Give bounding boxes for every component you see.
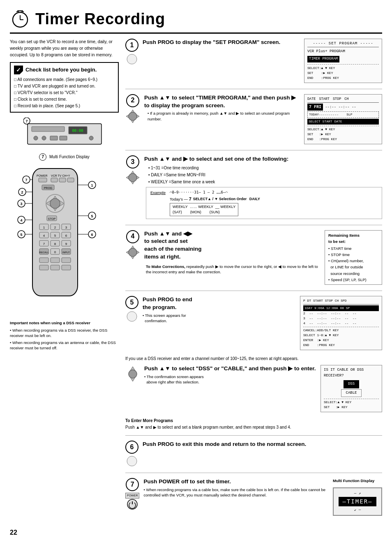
- svg-text:00:00: 00:00: [72, 129, 83, 133]
- checklist-item: TV and VCR are plugged in and turned on.: [14, 83, 115, 90]
- svg-text:5: 5: [54, 234, 56, 238]
- step-1-number: 1: [125, 39, 138, 52]
- mfd-display: — ↗ —TIMER— ↙ —: [333, 487, 382, 516]
- step-5b-row: Push ▲▼ to select "DSS" or "CABLE," and …: [125, 365, 382, 412]
- page-title-area: Timer Recording: [10, 8, 382, 34]
- svg-point-9: [34, 136, 38, 140]
- svg-text:2: 2: [21, 190, 23, 194]
- step-1-content: Push PROG to display the "SET PROGRAM" s…: [143, 39, 300, 48]
- step-2-number: 2: [126, 94, 139, 107]
- step-4-title: Push ▲▼ and ◀▶to select and seteach of t…: [144, 230, 321, 261]
- svg-text:6: 6: [65, 234, 67, 238]
- svg-point-107: [127, 456, 137, 466]
- svg-text:5: 5: [91, 214, 93, 218]
- checkmark-icon: ✓: [14, 65, 23, 74]
- mfd-label-step7: Multi Function Display: [333, 478, 382, 483]
- step-7-row: 7 POWER Push POWE: [125, 478, 382, 516]
- step-7-title: Push POWER off to set the timer.: [143, 478, 329, 486]
- svg-rect-19: [39, 178, 47, 182]
- step-5-row: 5 Push PROG to endthe program. • This sc…: [125, 296, 382, 350]
- svg-point-29: [50, 199, 60, 208]
- svg-rect-58: [51, 258, 60, 263]
- svg-point-97: [129, 173, 137, 182]
- enter-more-programs: To Enter More Programs Push ▲▼ and ▶ to …: [125, 418, 382, 430]
- step-6-number: 6: [125, 441, 138, 454]
- vcr-diagram: 00:00 7 7 Multi Function Display: [10, 118, 119, 160]
- svg-text:RECALL: RECALL: [39, 251, 49, 254]
- svg-point-102: [129, 248, 137, 256]
- step-5-content: Push PROG to endthe program. • This scre…: [143, 296, 296, 323]
- step-4-number: 4: [126, 230, 139, 243]
- svg-point-103: [127, 312, 137, 321]
- svg-point-13: [89, 136, 93, 140]
- svg-text:7: 7: [25, 119, 28, 123]
- svg-text:PROG: PROG: [44, 187, 53, 189]
- screen-step5: P DT START STOP CH SPD 1DAY 9:00A 12:00A…: [300, 296, 382, 350]
- svg-text:POWER: POWER: [37, 174, 47, 177]
- svg-rect-22: [67, 178, 74, 182]
- svg-rect-59: [62, 258, 71, 263]
- svg-text:VCR TV CH+Y: VCR TV CH+Y: [51, 174, 70, 177]
- checklist-item: Clock is set to correct time.: [14, 96, 115, 103]
- example-label: Example: [150, 190, 166, 195]
- step-4-correction: To Make Corrections, repeatedly push ▶ t…: [146, 264, 321, 275]
- checklist-box: ✓ Check list before you begin. All conne…: [10, 62, 119, 113]
- svg-text:3: 3: [20, 202, 22, 206]
- dss-note-item-2: • When recording programs via an antenna…: [10, 340, 119, 351]
- svg-text:4: 4: [43, 234, 45, 238]
- svg-point-87: [127, 54, 137, 64]
- step-5-number: 5: [125, 296, 138, 309]
- svg-point-4: [21, 10, 23, 12]
- step-3-title: Push ▲▼ and ▶ to select and set one of t…: [144, 155, 382, 163]
- svg-text:3: 3: [65, 226, 67, 229]
- svg-rect-61: [51, 265, 60, 270]
- example-diagram: Example ⌒8—9·······31— 1 — 2 ……6—⌒ Today…: [146, 187, 382, 219]
- step-6-title: Push PROG to exit this mode and return t…: [143, 441, 382, 448]
- step-7-number: 7: [126, 478, 139, 491]
- svg-point-92: [129, 112, 137, 120]
- step-3-row: 3 Push ▲▼ and ▶ to select and set one of…: [125, 155, 382, 219]
- step-2-note: • If a program is already in memory, pus…: [144, 111, 300, 122]
- svg-rect-57: [39, 258, 48, 263]
- svg-point-106: [129, 370, 137, 378]
- svg-text:0: 0: [54, 250, 56, 254]
- step-6-content: Push PROG to exit this mode and return t…: [143, 441, 382, 450]
- step-6-row: 6 Push PROG to exit this mode and return…: [125, 441, 382, 467]
- svg-text:INPUT: INPUT: [62, 251, 70, 254]
- svg-rect-21: [59, 178, 66, 182]
- page-title: Timer Recording: [35, 8, 165, 30]
- svg-rect-62: [62, 265, 71, 270]
- svg-point-3: [17, 10, 19, 12]
- remote-diagram: POWER VCR TV CH+Y PROG: [10, 166, 119, 316]
- checklist-item: All connections are made. (See pages 6~9…: [14, 76, 115, 83]
- step-4-row: 4 Push ▲▼ and ◀▶to select and seteach of…: [125, 230, 382, 285]
- svg-rect-11: [50, 136, 58, 140]
- page-number: 22: [10, 528, 382, 537]
- step-4-content: Push ▲▼ and ◀▶to select and seteach of t…: [144, 230, 321, 263]
- svg-text:4: 4: [20, 218, 22, 222]
- svg-text:8: 8: [54, 242, 56, 246]
- svg-rect-12: [60, 136, 67, 140]
- screen-step2: DATESTARTSTOPCH 7 FRI --:-- --:-- -- TOD…: [304, 94, 382, 145]
- step-2-row: 2 Push ▲▼ to select "TIMER PROGRAM," and…: [125, 94, 382, 145]
- step-5b-title: Push ▲▼ to select "DSS" or "CABLE," and …: [144, 365, 316, 373]
- svg-text:5: 5: [20, 233, 22, 237]
- checklist-items: All connections are made. (See pages 6~9…: [14, 76, 115, 109]
- svg-text:1: 1: [91, 183, 93, 187]
- svg-text:STOP: STOP: [48, 217, 56, 220]
- step-3-number: 3: [126, 155, 139, 169]
- dss-condition-text: If you use a DSS receiver and enter a ch…: [125, 356, 382, 362]
- dss-notes: Important notes when using a DSS receive…: [10, 320, 119, 351]
- screen-step1: ----- SET PROGRAM ----- VCR Plus+ PROGRA…: [304, 39, 382, 83]
- svg-text:2: 2: [54, 226, 56, 229]
- svg-text:1: 1: [43, 226, 45, 229]
- checklist-item: Record tab in place. (See page 5.): [14, 103, 115, 109]
- svg-text:6: 6: [91, 233, 93, 237]
- remaining-items: Remaining Itemsto be set: • START time •…: [325, 230, 382, 285]
- step-2-title: Push ▲▼ to select "TIMER PROGRAM," and t…: [144, 94, 300, 110]
- screen-dss-cable: IS IT CABLE OR DSSRECEIVER? DSS CABLE SE…: [321, 365, 382, 412]
- step-1-title: Push PROG to display the "SET PROGRAM" s…: [143, 39, 300, 46]
- svg-text:7: 7: [25, 178, 27, 182]
- checklist-item: VCR/TV selector is set to "VCR.": [14, 90, 115, 96]
- mfd-label-vcr: 7 Multi Function Display: [10, 153, 119, 161]
